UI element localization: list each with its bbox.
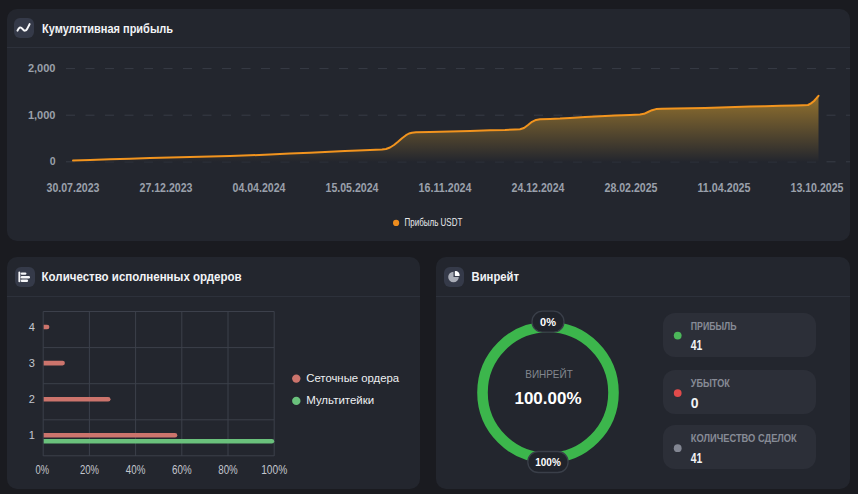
svg-text:20%: 20% [80,463,99,477]
svg-text:ПРИБЫЛЬ: ПРИБЫЛЬ [691,321,737,332]
svg-text:1,000: 1,000 [28,109,56,121]
svg-text:2,000: 2,000 [28,62,56,74]
svg-text:2: 2 [29,393,35,405]
svg-text:04.04.2024: 04.04.2024 [233,181,286,195]
svg-text:3: 3 [29,357,35,369]
svg-text:УБЫТОК: УБЫТОК [691,378,731,389]
svg-text:16.11.2024: 16.11.2024 [419,181,472,195]
svg-text:Прибыль USDT: Прибыль USDT [405,216,463,228]
svg-text:ВИНРЕЙТ: ВИНРЕЙТ [525,368,573,380]
svg-text:40%: 40% [126,463,146,477]
svg-text:КОЛИЧЕСТВО СДЕЛОК: КОЛИЧЕСТВО СДЕЛОК [691,433,798,444]
svg-text:Сеточные ордера: Сеточные ордера [306,372,400,384]
svg-text:41: 41 [691,450,703,466]
svg-text:30.07.2023: 30.07.2023 [47,181,100,195]
svg-text:1: 1 [29,429,35,441]
svg-text:Винрейт: Винрейт [472,269,520,284]
svg-text:100.00%: 100.00% [515,389,582,408]
svg-text:Мультитейки: Мультитейки [306,394,374,406]
svg-text:41: 41 [691,337,703,353]
svg-text:100%: 100% [261,463,287,477]
svg-text:15.05.2024: 15.05.2024 [326,181,379,195]
svg-text:27.12.2023: 27.12.2023 [140,181,193,195]
svg-text:80%: 80% [218,463,238,477]
svg-text:60%: 60% [172,463,192,477]
svg-text:4: 4 [29,321,35,333]
svg-text:24.12.2024: 24.12.2024 [512,181,565,195]
svg-text:0%: 0% [36,463,50,477]
svg-text:11.04.2025: 11.04.2025 [698,181,751,195]
svg-text:28.02.2025: 28.02.2025 [605,181,658,195]
svg-text:0%: 0% [540,316,556,328]
svg-text:Кумулятивная прибыль: Кумулятивная прибыль [42,21,173,36]
svg-text:13.10.2025: 13.10.2025 [791,181,844,195]
svg-text:0: 0 [691,395,699,411]
svg-text:0: 0 [50,155,56,167]
svg-text:Количество исполненных ордеров: Количество исполненных ордеров [42,269,242,284]
svg-text:100%: 100% [535,456,561,468]
